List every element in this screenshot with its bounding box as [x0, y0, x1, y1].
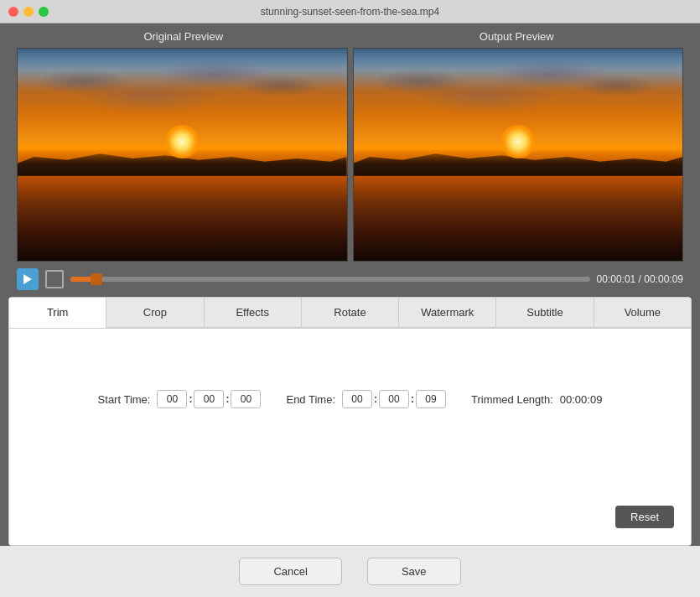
end-time-inputs: : :: [342, 390, 446, 408]
tab-subtitle[interactable]: Subtitle: [496, 298, 594, 328]
time-display: 00:00:01 / 00:00:09: [597, 273, 683, 285]
original-video-frame: [17, 48, 348, 262]
end-ss-input[interactable]: [416, 390, 446, 408]
start-time-inputs: : :: [157, 390, 261, 408]
close-button[interactable]: [8, 7, 18, 17]
tab-actions: Reset: [26, 497, 674, 528]
water-output: [354, 176, 683, 261]
sun-original: [165, 125, 199, 158]
start-hh-input[interactable]: [157, 390, 187, 408]
play-icon: [23, 274, 32, 284]
controls-bar: 00:00:01 / 00:00:09: [0, 262, 700, 297]
end-sep2: :: [411, 393, 414, 405]
preview-videos: [17, 48, 683, 262]
sunset-bg-output: [354, 49, 683, 261]
output-video-frame: [353, 48, 684, 262]
end-time-group: End Time: : :: [286, 390, 446, 408]
sunset-bg-original: [18, 49, 347, 261]
start-sep1: :: [189, 393, 192, 405]
start-time-label: Start Time:: [98, 393, 151, 406]
window-controls: [8, 7, 49, 17]
tab-effects[interactable]: Effects: [205, 298, 302, 328]
trimmed-length-value: 00:00:09: [560, 393, 603, 406]
cancel-button[interactable]: Cancel: [239, 558, 341, 585]
tab-trim[interactable]: Trim: [9, 298, 106, 328]
clouds-original: [18, 60, 347, 134]
minimize-button[interactable]: [23, 7, 34, 17]
tab-panel: Trim Crop Effects Rotate Watermark Subti…: [8, 297, 692, 546]
end-mm-input[interactable]: [379, 390, 409, 408]
start-sep2: :: [226, 393, 229, 405]
original-preview-label: Original Preview: [17, 30, 350, 43]
trim-fields: Start Time: : : End Time: :: [26, 390, 674, 408]
title-bar: stunning-sunset-seen-from-the-sea.mp4: [0, 0, 700, 23]
progress-thumb[interactable]: [91, 273, 102, 285]
snapshot-button[interactable]: [45, 270, 64, 288]
preview-section: Original Preview Output Preview: [0, 23, 700, 262]
tab-bar: Trim Crop Effects Rotate Watermark Subti…: [9, 298, 691, 329]
clouds-output: [354, 60, 683, 134]
reset-button[interactable]: Reset: [615, 506, 674, 528]
end-hh-input[interactable]: [342, 390, 372, 408]
trim-tab-content: Start Time: : : End Time: :: [9, 329, 691, 545]
save-button[interactable]: Save: [367, 558, 461, 585]
end-sep1: :: [374, 393, 377, 405]
sun-output: [501, 125, 535, 158]
start-mm-input[interactable]: [194, 390, 224, 408]
bottom-bar: Cancel Save: [0, 546, 700, 597]
start-time-group: Start Time: : :: [98, 390, 262, 408]
progress-bar[interactable]: [70, 277, 590, 282]
trimmed-length-label: Trimmed Length:: [471, 393, 553, 406]
start-ss-input[interactable]: [231, 390, 261, 408]
main-content: Original Preview Output Preview: [0, 23, 700, 546]
play-button[interactable]: [17, 268, 39, 290]
tab-volume[interactable]: Volume: [594, 298, 691, 328]
output-preview-label: Output Preview: [350, 30, 684, 43]
trimmed-length-group: Trimmed Length: 00:00:09: [471, 393, 602, 406]
preview-labels: Original Preview Output Preview: [17, 30, 683, 43]
window-title: stunning-sunset-seen-from-the-sea.mp4: [261, 6, 439, 18]
end-time-label: End Time:: [286, 393, 335, 406]
tab-crop[interactable]: Crop: [106, 298, 204, 328]
tab-watermark[interactable]: Watermark: [399, 298, 496, 328]
water-original: [18, 176, 347, 261]
maximize-button[interactable]: [39, 7, 49, 17]
tab-rotate[interactable]: Rotate: [302, 298, 399, 328]
